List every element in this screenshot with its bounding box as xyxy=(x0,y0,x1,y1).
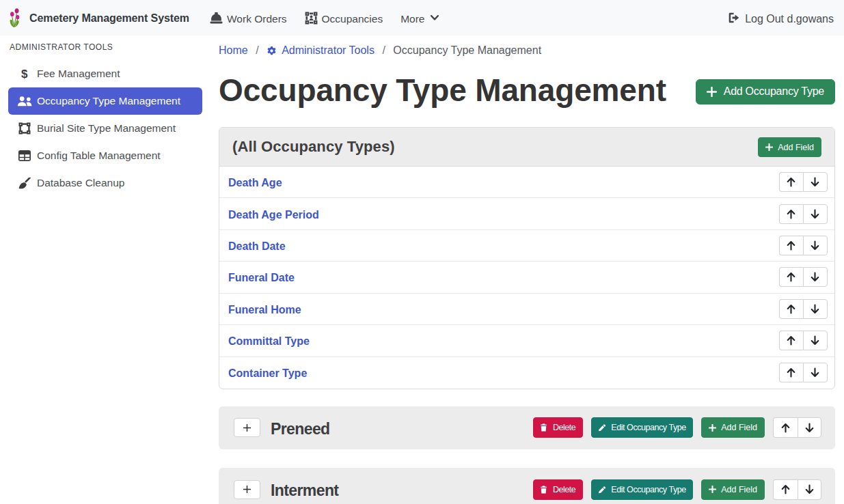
svg-text:$: $ xyxy=(21,68,28,80)
